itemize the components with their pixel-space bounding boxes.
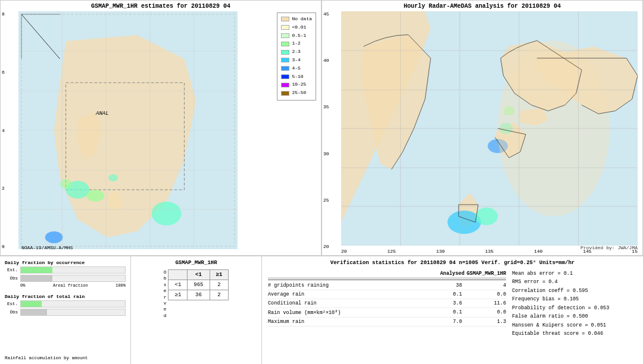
verif-row-rain-vol: Rain volume (mm×km²×10⁸) 0.1 0.0 [268, 308, 506, 318]
noaa-label: NOAA-19/AMSU-A/MHS [21, 245, 73, 250]
legend-item: 10-25 [281, 81, 312, 89]
chart2-obs-row: Obs [5, 309, 126, 316]
chart2-section: Daily fraction of total rain Est. Obs [5, 294, 126, 316]
left-map-svg [18, 11, 238, 249]
legend-box: No data <0.01 0.5-1 1-2 2-3 [277, 12, 316, 101]
stats-row-hk: Hanssen & Kuipers score = 0.051 [512, 321, 637, 330]
right-map-panel: Hourly Radar-AMeDAS analysis for 2011082… [322, 0, 643, 256]
verif-content: Analysed GSMAP_MWR_1HR # gridpoints rain… [268, 269, 637, 338]
verif-table-header: Analysed GSMAP_MWR_1HR [268, 269, 506, 278]
legend-item: 5-10 [281, 73, 312, 81]
contingency-table-title: GSMAP_MWR_1HR [175, 260, 217, 266]
verif-data-table: Analysed GSMAP_MWR_1HR # gridpoints rain… [268, 269, 506, 338]
table-row: <1 965 2 [168, 280, 229, 290]
stats-row-mean-abs: Mean abs error = 0.1 [512, 269, 637, 278]
left-map-y-labels: 8 6 4 2 0 [2, 11, 5, 249]
stats-row-far: False alarm ratio = 0.500 [512, 312, 637, 321]
chart1-title: Daily fraction by occurrence [5, 260, 126, 265]
rainfall-label: Rainfall accumulation by amount [5, 356, 126, 360]
legend-color-nodata [281, 17, 289, 21]
bottom-row: Daily fraction by occurrence Est. Obs 0%… [0, 256, 643, 364]
right-map-title: Hourly Radar-AMeDAS analysis for 2011082… [322, 3, 642, 10]
maps-row: GSMAP_MWR_1HR estimates for 20110829 04 … [0, 0, 643, 256]
verif-row-cond-rain: Conditional rain 3.6 11.6 [268, 299, 506, 308]
contingency-table-wrapper: O b s e r v e d <1 ≥1 [164, 269, 229, 319]
stats-row-freq-bias: Frequency bias = 0.105 [512, 295, 637, 303]
legend-item: 1-2 [281, 40, 312, 48]
svg-point-14 [108, 174, 118, 181]
contingency-table-inner: <1 ≥1 <1 965 2 ≥1 [168, 269, 229, 319]
verif-title: Verification statistics for 20110829 04 … [268, 260, 637, 266]
stats-box: Mean abs error = 0.1 RMS error = 0.4 Cor… [512, 269, 637, 338]
right-map-y-labels: 45 40 35 30 25 20 [323, 11, 329, 249]
anal-label: ANAL [96, 111, 109, 117]
bottom-left-charts: Daily fraction by occurrence Est. Obs 0%… [0, 256, 131, 364]
chart2-title: Daily fraction of total rain [5, 294, 126, 299]
svg-point-10 [86, 190, 104, 202]
verification-stats-section: Verification statistics for 20110829 04 … [262, 256, 643, 364]
chart1-est-row: Est. [5, 266, 126, 274]
stats-row-rms: RMS error = 0.4 [512, 278, 637, 286]
stats-row-pod: Probability of detection = 0.053 [512, 304, 637, 312]
legend-item: No data [281, 15, 312, 23]
left-map-title: GSMAP_MWR_1HR estimates for 20110829 04 [1, 3, 321, 10]
svg-point-12 [45, 231, 63, 243]
right-map-svg [341, 11, 638, 246]
left-map-panel: GSMAP_MWR_1HR estimates for 20110829 04 … [0, 0, 322, 256]
verif-row-avg-rain: Average rain 0.1 0.0 [268, 290, 506, 299]
chart1-section: Daily fraction by occurrence Est. Obs 0%… [5, 260, 126, 288]
stats-row-corr: Correlation coeff = 0.595 [512, 287, 637, 295]
legend-item: 0.5-1 [281, 32, 312, 40]
legend-item: 3-4 [281, 57, 312, 64]
obs-vertical-label: O b s e r v e d [164, 269, 167, 319]
legend-item: 4-5 [281, 65, 312, 73]
verif-row-max-rain: Maximum rain 7.0 1.3 [268, 318, 506, 327]
svg-point-11 [152, 202, 182, 225]
chart1-obs-row: Obs [5, 275, 126, 282]
stats-row-ets: Equitable threat score = 0.046 [512, 330, 637, 338]
verif-row-gridpoints: # gridpoints raining 38 4 [268, 281, 506, 290]
contingency-table-section: GSMAP_MWR_1HR O b s e r v e d [131, 256, 262, 364]
contingency-data-table: <1 ≥1 <1 965 2 ≥1 [168, 269, 229, 300]
legend-item: <0.01 [281, 24, 312, 32]
table-row: ≥1 36 2 [168, 290, 229, 300]
chart2-est-row: Est. [5, 300, 126, 307]
legend-item: 2-3 [281, 48, 312, 56]
svg-point-13 [60, 179, 72, 189]
legend-item: 25-50 [281, 89, 312, 97]
attribution-label: Provided by: JWA/JMA [580, 245, 638, 250]
svg-point-33 [476, 208, 498, 225]
